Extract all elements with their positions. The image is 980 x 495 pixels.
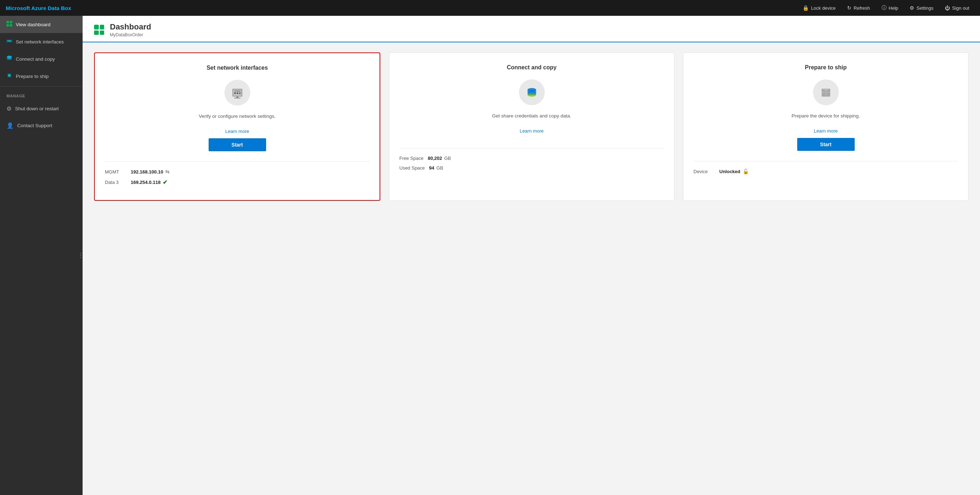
sidebar: View dashboard Set network interfaces: [0, 16, 83, 495]
data3-label: Data 3: [105, 180, 126, 185]
card-copy-info-row-used: Used Space 94 GB: [399, 165, 664, 170]
used-space-label: Used Space: [399, 165, 425, 170]
svg-rect-16: [237, 92, 239, 94]
card-network-icon-area: [105, 80, 369, 106]
svg-rect-24: [528, 93, 536, 95]
used-space-unit: GB: [436, 165, 443, 170]
manage-section-label: MANAGE: [0, 88, 83, 100]
svg-rect-15: [234, 92, 236, 94]
card-copy: Connect and copy Get share credentia: [389, 53, 675, 201]
topnav-actions: 🔒 Lock device ↻ Refresh ⓘ Help ⚙ Setting…: [797, 3, 974, 13]
used-space-value: 94 GB: [429, 165, 443, 170]
sidebar-resize-handle[interactable]: [78, 250, 83, 261]
card-ship-learn-more[interactable]: Learn more: [694, 128, 958, 134]
svg-rect-0: [6, 21, 9, 23]
svg-point-9: [7, 56, 12, 58]
help-icon: ⓘ: [881, 5, 887, 11]
card-copy-info: Free Space 80,202 GB Used Space 94 GB: [399, 148, 664, 175]
card-copy-description: Get share credentials and copy data.: [399, 113, 664, 119]
card-copy-icon-area: [399, 80, 664, 105]
svg-rect-1: [10, 21, 12, 23]
signout-button[interactable]: ⏻ Sign out: [940, 3, 974, 13]
lock-icon: 🔒: [803, 5, 809, 11]
card-ship-icon-circle: [813, 80, 839, 105]
mgmt-status-icon: ⇆: [165, 169, 170, 175]
gear-icon: ⚙: [6, 105, 11, 112]
card-copy-icon-circle: [519, 80, 545, 105]
help-button[interactable]: ⓘ Help: [877, 3, 904, 13]
data3-status-icon: ✔: [163, 179, 167, 186]
card-network-info-row-mgmt: MGMT 192.168.100.10 ⇆: [105, 169, 369, 175]
card-ship-description: Prepare the device for shipping.: [694, 113, 958, 119]
mgmt-label: MGMT: [105, 169, 126, 175]
dashboard-icon: [94, 25, 104, 35]
card-network-info-row-data3: Data 3 169.254.0.118 ✔: [105, 179, 369, 186]
card-ship: Prepare to ship Prepare the device for s…: [683, 53, 969, 201]
database-copy-icon: [524, 85, 539, 100]
svg-rect-6: [8, 41, 11, 41]
sidebar-item-network[interactable]: Set network interfaces: [0, 33, 83, 50]
sidebar-item-support[interactable]: 👤 Contact Support: [0, 117, 83, 134]
ship-icon: [6, 73, 12, 80]
data3-value: 169.254.0.118 ✔: [131, 179, 167, 186]
card-copy-title: Connect and copy: [399, 64, 664, 71]
refresh-button[interactable]: ↻ Refresh: [842, 3, 875, 13]
card-copy-learn-more[interactable]: Learn more: [399, 128, 664, 134]
sidebar-item-ship[interactable]: Prepare to ship: [0, 67, 83, 85]
brand-label: Microsoft Azure Data Box: [6, 5, 797, 11]
svg-rect-11: [8, 74, 10, 76]
grid-icon: [6, 21, 12, 28]
lock-device-button[interactable]: 🔒 Lock device: [797, 3, 841, 13]
svg-rect-14: [234, 91, 240, 92]
card-ship-icon-area: [694, 80, 958, 105]
card-network-icon-circle: [224, 80, 250, 106]
copy-icon: [6, 55, 12, 62]
refresh-icon: ↻: [847, 5, 851, 11]
signout-icon: ⏻: [945, 5, 950, 11]
page-title: Dashboard: [110, 22, 151, 32]
app-body: View dashboard Set network interfaces: [0, 16, 980, 495]
main-content: Dashboard MyDataBoxOrder Set network int…: [83, 16, 980, 495]
card-ship-info-row-device: Device Unlocked 🔓: [694, 169, 958, 174]
card-network-learn-more[interactable]: Learn more: [105, 129, 369, 134]
free-space-value: 80,202 GB: [428, 156, 451, 161]
sidebar-item-dashboard[interactable]: View dashboard: [0, 16, 83, 33]
card-network: Set network interfaces: [94, 53, 380, 201]
page-subtitle: MyDataBoxOrder: [110, 32, 151, 37]
svg-rect-29: [824, 88, 828, 90]
svg-rect-19: [234, 98, 240, 99]
device-label: Device: [694, 169, 715, 174]
card-ship-title: Prepare to ship: [694, 64, 958, 71]
sidebar-item-copy[interactable]: Connect and copy: [0, 50, 83, 67]
card-network-info: MGMT 192.168.100.10 ⇆ Data 3 169.254.0.1…: [105, 161, 369, 190]
topnav: Microsoft Azure Data Box 🔒 Lock device ↻…: [0, 0, 980, 16]
page-header: Dashboard MyDataBoxOrder: [83, 16, 980, 42]
svg-rect-18: [236, 97, 239, 98]
free-space-label: Free Space: [399, 156, 423, 161]
network-device-icon: [231, 86, 244, 100]
card-ship-start-button[interactable]: Start: [797, 138, 855, 151]
cards-container: Set network interfaces: [83, 42, 980, 211]
svg-rect-17: [239, 92, 240, 94]
mgmt-value: 192.168.100.10 ⇆: [131, 169, 170, 175]
settings-icon: ⚙: [910, 5, 914, 11]
device-value: Unlocked 🔓: [719, 169, 749, 174]
free-space-unit: GB: [444, 156, 451, 161]
card-ship-info: Device Unlocked 🔓: [694, 161, 958, 178]
network-icon: [6, 38, 12, 45]
card-network-description: Verify or configure network settings.: [105, 113, 369, 120]
svg-rect-2: [6, 24, 9, 27]
package-ship-icon: [819, 85, 833, 100]
card-network-start-button[interactable]: Start: [208, 138, 266, 151]
card-copy-info-row-free: Free Space 80,202 GB: [399, 156, 664, 161]
sidebar-divider: [0, 86, 83, 87]
settings-button[interactable]: ⚙ Settings: [905, 3, 939, 13]
svg-rect-3: [10, 24, 12, 27]
person-icon: 👤: [6, 122, 14, 129]
sidebar-item-shutdown[interactable]: ⚙ Shut down or restart: [0, 100, 83, 117]
card-network-title: Set network interfaces: [105, 65, 369, 71]
device-status-icon: 🔓: [743, 169, 749, 174]
